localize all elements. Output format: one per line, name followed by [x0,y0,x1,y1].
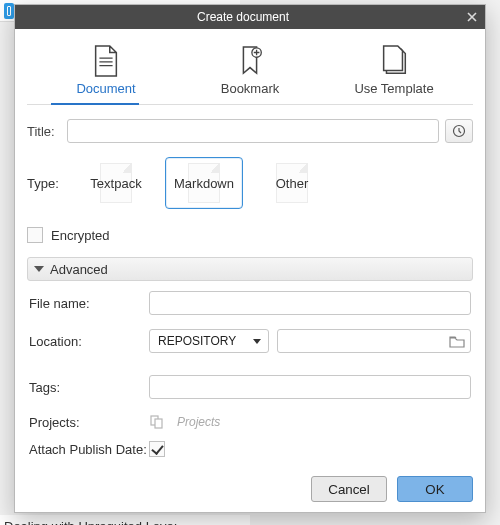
projects-label: Projects: [29,415,149,430]
create-document-dialog: Create document Document Bookmark Use Te… [14,4,486,513]
advanced-disclosure[interactable]: Advanced [27,257,473,281]
tab-underline [27,104,473,105]
location-path-input[interactable] [277,329,471,353]
tab-active-indicator [51,103,139,105]
type-label-text: Textpack [90,176,141,191]
location-label: Location: [29,334,149,349]
type-option-other[interactable]: Other [253,157,331,209]
encrypted-checkbox[interactable] [27,227,43,243]
folder-icon[interactable] [449,335,465,348]
location-row: Location: REPOSITORY [29,329,471,353]
tab-label: Document [76,81,135,96]
advanced-label: Advanced [50,262,108,277]
tags-row: Tags: [29,375,471,399]
tab-bar: Document Bookmark Use Template [15,29,485,100]
cancel-button[interactable]: Cancel [311,476,387,502]
projects-placeholder: Projects [177,415,220,429]
encrypted-row: Encrypted [27,227,473,243]
type-label-text: Other [276,176,309,191]
type-row: Type: Textpack Markdown Other [27,157,473,209]
publish-date-label: Attach Publish Date: [29,442,149,457]
dialog-titlebar: Create document [15,5,485,29]
tab-bookmark[interactable]: Bookmark [205,45,295,96]
projects-row: Projects: Projects [29,413,471,431]
dialog-body: Title: Type: Textpack Markdown Other [15,105,485,466]
title-timestamp-button[interactable] [445,119,473,143]
dialog-title: Create document [21,10,465,24]
svg-rect-3 [155,419,162,428]
tab-label: Bookmark [221,81,280,96]
document-icon [91,45,121,77]
tab-label: Use Template [354,81,433,96]
bg-item [0,0,14,22]
type-option-markdown[interactable]: Markdown [165,157,243,209]
publish-date-checkbox[interactable] [149,441,165,457]
filename-row: File name: [29,291,471,315]
bookmark-icon [235,45,265,77]
projects-icon[interactable] [149,413,167,431]
dialog-footer: Cancel OK [15,466,485,512]
close-icon[interactable] [465,10,479,24]
bg-list-item-text: Dealing with Unrequited Love: [4,519,177,526]
tab-document[interactable]: Document [61,45,151,96]
tab-use-template[interactable]: Use Template [349,45,439,96]
tags-label: Tags: [29,380,149,395]
filename-input[interactable] [149,291,471,315]
publish-date-row: Attach Publish Date: [29,441,471,457]
title-row: Title: [27,119,473,143]
clock-icon [452,124,466,138]
bg-list-item: Dealing with Unrequited Love: [0,515,250,525]
location-path-wrap [277,329,471,353]
ok-button[interactable]: OK [397,476,473,502]
type-label: Type: [27,176,67,191]
type-label-text: Markdown [174,176,234,191]
filename-label: File name: [29,296,149,311]
title-label: Title: [27,124,67,139]
type-option-textpack[interactable]: Textpack [77,157,155,209]
title-input[interactable] [67,119,439,143]
template-icon [379,45,409,77]
disclosure-triangle-icon [34,266,44,272]
file-icon [4,3,14,19]
advanced-body: File name: Location: REPOSITORY Tags: [27,291,473,457]
location-repo-select[interactable]: REPOSITORY [149,329,269,353]
tags-input[interactable] [149,375,471,399]
encrypted-label: Encrypted [51,228,110,243]
location-repo-wrap: REPOSITORY [149,329,269,353]
